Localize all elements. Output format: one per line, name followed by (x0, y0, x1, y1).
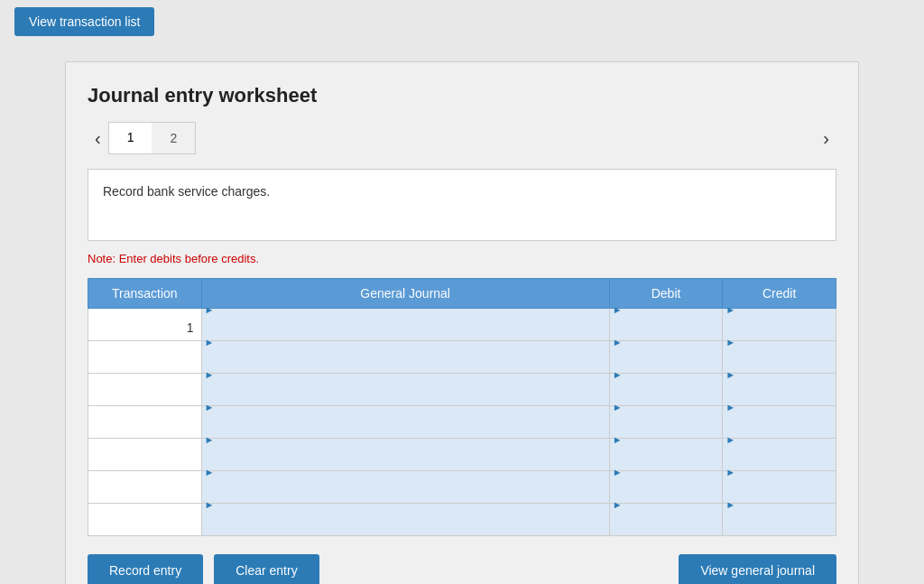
table-row-debit-3[interactable]: ► (609, 406, 723, 439)
table-row-debit-4[interactable]: ► (609, 439, 723, 471)
table-row-credit-5[interactable]: ► (723, 471, 836, 504)
col-header-transaction: Transaction (88, 279, 202, 309)
description-box: Record bank service charges. (88, 169, 836, 241)
table-row-transaction-5 (88, 471, 202, 504)
table-row-credit-1[interactable]: ► (723, 341, 836, 374)
table-row-transaction-0: 1 (88, 309, 202, 341)
description-text: Record bank service charges. (103, 184, 270, 199)
page-2-tab[interactable]: 2 (152, 123, 195, 153)
prev-page-button[interactable]: ‹ (88, 125, 108, 151)
table-row-general-journal-5[interactable]: ► (201, 471, 609, 504)
record-entry-button[interactable]: Record entry (88, 554, 203, 584)
table-row-general-journal-2[interactable]: ► (201, 374, 609, 406)
pagination-tabs: 1 2 (108, 122, 197, 154)
col-header-general-journal: General Journal (201, 279, 609, 309)
next-page-button[interactable]: › (816, 125, 836, 151)
table-row-credit-0[interactable]: ► (723, 309, 836, 341)
table-row-debit-2[interactable]: ► (609, 374, 723, 406)
page-1-tab[interactable]: 1 (109, 123, 152, 153)
pagination: ‹ 1 2 › (88, 122, 836, 154)
table-row-debit-1[interactable]: ► (609, 341, 723, 374)
col-header-debit: Debit (609, 279, 723, 309)
table-row-debit-0[interactable]: ► (609, 309, 723, 341)
table-row-debit-6[interactable]: ► (609, 504, 723, 536)
table-row-credit-6[interactable]: ► (723, 504, 836, 536)
credit-input-6[interactable] (723, 511, 836, 542)
general-journal-input-6[interactable] (202, 511, 609, 542)
worksheet-title: Journal entry worksheet (88, 84, 836, 107)
view-general-journal-button[interactable]: View general journal (679, 554, 836, 584)
table-row-credit-3[interactable]: ► (723, 406, 836, 439)
table-row-transaction-1 (88, 341, 202, 374)
table-row-general-journal-0[interactable]: ► (201, 309, 609, 341)
top-bar: View transaction list (0, 0, 924, 43)
worksheet-card: Journal entry worksheet ‹ 1 2 › Record b… (65, 61, 859, 584)
table-row-transaction-2 (88, 374, 202, 406)
col-header-credit: Credit (723, 279, 836, 309)
note-text: Note: Enter debits before credits. (88, 252, 836, 265)
table-row-transaction-4 (88, 439, 202, 471)
table-row-general-journal-6[interactable]: ► (201, 504, 609, 536)
debit-input-6[interactable] (610, 511, 723, 542)
table-row-credit-4[interactable]: ► (723, 439, 836, 471)
view-transaction-list-button[interactable]: View transaction list (14, 7, 154, 36)
clear-entry-button[interactable]: Clear entry (214, 554, 319, 584)
journal-table: Transaction General Journal Debit Credit… (88, 278, 836, 536)
table-row-debit-5[interactable]: ► (609, 471, 723, 504)
table-row-general-journal-4[interactable]: ► (201, 439, 609, 471)
table-row-transaction-3 (88, 406, 202, 439)
table-row-general-journal-1[interactable]: ► (201, 341, 609, 374)
table-row-general-journal-3[interactable]: ► (201, 406, 609, 439)
buttons-row: Record entry Clear entry View general jo… (88, 554, 836, 584)
table-row-credit-2[interactable]: ► (723, 374, 836, 406)
table-row-transaction-6 (88, 504, 202, 536)
main-container: Journal entry worksheet ‹ 1 2 › Record b… (47, 43, 877, 584)
